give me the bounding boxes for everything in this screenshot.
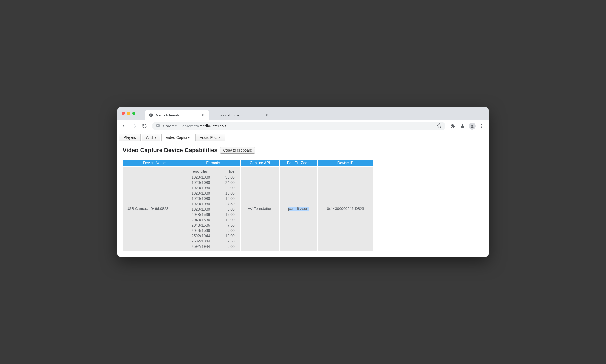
- omnibox-divider: [180, 124, 180, 128]
- format-resolution: 1920x1080: [189, 185, 219, 191]
- format-resolution: 1920x1080: [189, 196, 219, 201]
- tab-separator: [274, 112, 274, 118]
- col-capture-api[interactable]: Capture API: [241, 160, 279, 166]
- window-controls: [122, 112, 135, 115]
- cell-ptz: pan tilt zoom: [280, 167, 317, 251]
- browser-tabs: Media Internals × ptz.glitch.me × +: [145, 107, 285, 120]
- format-resolution: 2048x1536: [189, 212, 219, 217]
- heading-row: Video Capture Device Capabilities Copy t…: [123, 147, 483, 154]
- maximize-window-button[interactable]: [132, 112, 135, 115]
- cell-device-id: 0x14300000046d0823: [318, 167, 373, 251]
- content-area: Video Capture Device Capabilities Copy t…: [117, 141, 489, 257]
- svg-point-9: [481, 126, 482, 126]
- format-fps: 7.50: [219, 201, 237, 207]
- browser-toolbar: Chrome chrome://media-internals: [117, 120, 489, 132]
- capabilities-table: Device Name Formats Capture API Pan-Tilt…: [123, 159, 373, 251]
- ptz-value: pan tilt zoom: [288, 207, 309, 211]
- page-tab-players[interactable]: Players: [119, 134, 141, 141]
- format-fps: 7.50: [219, 238, 237, 244]
- format-resolution: 2592x1944: [189, 233, 219, 238]
- format-resolution: 1920x1080: [189, 175, 219, 180]
- format-row: 2048x153615.00: [189, 212, 237, 217]
- format-fps: 24.00: [219, 180, 237, 185]
- format-row: 1920x10807.50: [189, 201, 237, 207]
- format-row: 2048x15367.50: [189, 223, 237, 228]
- close-tab-icon[interactable]: ×: [265, 113, 269, 117]
- col-device-name[interactable]: Device Name: [123, 160, 186, 166]
- format-row: 2592x19447.50: [189, 238, 237, 244]
- close-tab-icon[interactable]: ×: [201, 113, 205, 117]
- format-fps: 10.00: [219, 196, 237, 201]
- format-fps: 20.00: [219, 185, 237, 191]
- svg-point-7: [471, 124, 473, 126]
- format-row: 1920x108020.00: [189, 185, 237, 191]
- page-tabs: Players Audio Video Capture Audio Focus: [117, 132, 489, 141]
- page-tab-video-capture[interactable]: Video Capture: [161, 134, 194, 141]
- forward-button[interactable]: [130, 122, 139, 130]
- minimize-window-button[interactable]: [127, 112, 130, 115]
- address-bar[interactable]: Chrome chrome://media-internals: [152, 122, 445, 130]
- chrome-origin-icon: [156, 123, 160, 128]
- site-icon: [213, 113, 217, 117]
- cell-capture-api: AV Foundation: [241, 167, 279, 251]
- reload-button[interactable]: [140, 122, 149, 130]
- format-resolution: 2048x1536: [189, 223, 219, 228]
- format-row: 2592x194410.00: [189, 233, 237, 238]
- globe-icon: [149, 113, 153, 117]
- col-formats[interactable]: Formats: [186, 160, 240, 166]
- format-row: 2048x15365.00: [189, 228, 237, 233]
- svg-point-6: [157, 125, 158, 126]
- svg-point-2: [215, 116, 215, 117]
- page-tab-audio-focus[interactable]: Audio Focus: [195, 134, 225, 141]
- titlebar: Media Internals × ptz.glitch.me × +: [117, 107, 489, 120]
- formats-col-resolution: resolution: [189, 168, 219, 175]
- profile-avatar[interactable]: [468, 122, 476, 130]
- toolbar-actions: [449, 122, 486, 130]
- close-window-button[interactable]: [122, 112, 125, 115]
- format-fps: 15.00: [219, 212, 237, 217]
- format-row: 2592x19445.00: [189, 244, 237, 249]
- cell-device-name: USB Camera (046d:0823): [123, 167, 186, 251]
- format-fps: 7.50: [219, 223, 237, 228]
- svg-point-1: [215, 114, 215, 114]
- format-fps: 10.00: [219, 217, 237, 223]
- table-header-row: Device Name Formats Capture API Pan-Tilt…: [123, 160, 373, 166]
- page-heading: Video Capture Device Capabilities: [123, 147, 217, 154]
- browser-tab-ptz[interactable]: ptz.glitch.me ×: [209, 110, 273, 120]
- page-content: Players Audio Video Capture Audio Focus …: [117, 132, 489, 257]
- labs-icon[interactable]: [458, 122, 467, 130]
- page-tab-audio[interactable]: Audio: [142, 134, 160, 141]
- format-row: 2048x153610.00: [189, 217, 237, 223]
- formats-table: resolution fps 1920x108030.001920x108024…: [189, 168, 237, 249]
- col-device-id[interactable]: Device ID: [318, 160, 373, 166]
- new-tab-button[interactable]: +: [277, 111, 285, 119]
- tab-title: ptz.glitch.me: [220, 113, 262, 117]
- format-fps: 10.00: [219, 233, 237, 238]
- format-row: 1920x108015.00: [189, 191, 237, 196]
- format-fps: 15.00: [219, 191, 237, 196]
- col-ptz[interactable]: Pan-Tilt-Zoom: [280, 160, 317, 166]
- back-button[interactable]: [120, 122, 129, 130]
- format-fps: 5.00: [219, 207, 237, 212]
- formats-col-fps: fps: [219, 168, 237, 175]
- svg-point-0: [215, 115, 215, 115]
- copy-to-clipboard-button[interactable]: Copy to clipboard: [220, 147, 255, 154]
- format-fps: 5.00: [219, 228, 237, 233]
- svg-point-3: [213, 115, 214, 115]
- origin-label: Chrome: [163, 124, 177, 128]
- format-row: 1920x108010.00: [189, 196, 237, 201]
- format-resolution: 2048x1536: [189, 217, 219, 223]
- format-row: 1920x108030.00: [189, 175, 237, 180]
- extensions-icon[interactable]: [449, 122, 457, 130]
- format-row: 1920x108024.00: [189, 180, 237, 185]
- format-row: 1920x10805.00: [189, 207, 237, 212]
- svg-point-4: [216, 115, 217, 115]
- format-resolution: 2592x1944: [189, 238, 219, 244]
- format-fps: 30.00: [219, 175, 237, 180]
- browser-tab-media-internals[interactable]: Media Internals ×: [145, 110, 209, 120]
- browser-window: Media Internals × ptz.glitch.me × +: [117, 107, 489, 257]
- menu-icon[interactable]: [477, 122, 486, 130]
- bookmark-star-icon[interactable]: [437, 123, 442, 129]
- cell-formats: resolution fps 1920x108030.001920x108024…: [186, 167, 240, 251]
- format-resolution: 2048x1536: [189, 228, 219, 233]
